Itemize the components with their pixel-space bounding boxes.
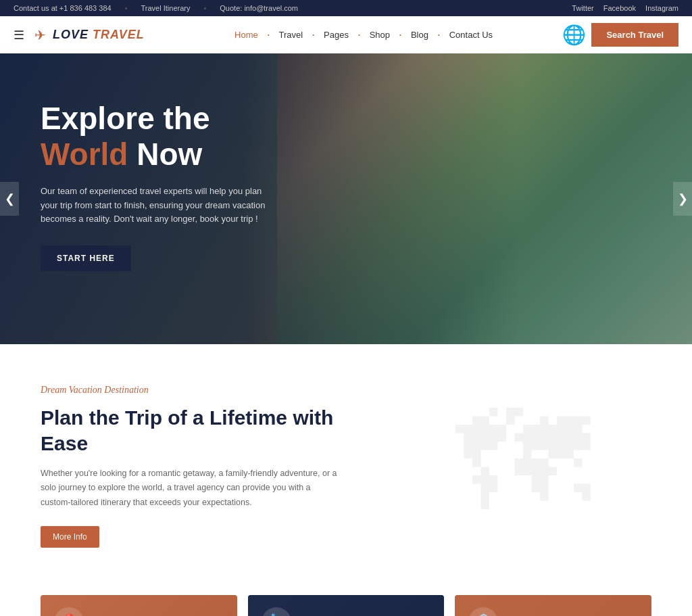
tour-cards-section: 📍 City Walks Tour 🚴 Electric Bikes 🏛️ Sk…: [0, 575, 692, 616]
globe-icon: 🌐: [562, 24, 586, 46]
hero-section: ❮ Explore the World Now Our team of expe…: [0, 53, 692, 344]
top-bar-left: Contact us at +1 836 483 384 • Travel It…: [14, 4, 298, 12]
quote-info: Quote: info@travel.com: [220, 4, 298, 12]
dream-section: 🗺 Dream Vacation Destination Plan the Tr…: [0, 344, 692, 575]
facebook-link[interactable]: Facebook: [603, 4, 636, 12]
tour-card-electric-bikes[interactable]: 🚴 Electric Bikes: [248, 595, 445, 616]
search-travel-button[interactable]: Search Travel: [591, 23, 678, 47]
hero-title-line2: Now: [137, 137, 202, 172]
hamburger-icon[interactable]: ☰: [14, 28, 24, 43]
nav-pages[interactable]: Pages: [318, 26, 354, 44]
tour-card-skyscrapers[interactable]: 🏛️ Skyscrapers View: [455, 595, 651, 616]
header-logo-area: ☰ ✈ Love Travel: [14, 27, 145, 43]
hero-title-accent: World: [41, 137, 128, 172]
dream-title: Plan the Trip of a Lifetime with Ease: [41, 405, 338, 456]
hero-cta-button[interactable]: START HERE: [41, 245, 131, 271]
hero-prev-button[interactable]: ❮: [0, 182, 19, 216]
top-bar: Contact us at +1 836 483 384 • Travel It…: [0, 0, 692, 16]
logo-text: Love Travel: [53, 28, 145, 42]
dream-description: Whether you're looking for a romantic ge…: [41, 467, 338, 510]
instagram-link[interactable]: Instagram: [645, 4, 678, 12]
travel-itinerary-link[interactable]: Travel Itinerary: [141, 4, 191, 12]
twitter-link[interactable]: Twitter: [572, 4, 593, 12]
site-header: ☰ ✈ Love Travel Home • Travel • Pages • …: [0, 16, 692, 53]
tour-card-city-walks[interactable]: 📍 City Walks Tour: [41, 595, 237, 616]
nav-home[interactable]: Home: [229, 26, 264, 44]
logo-icon: ✈: [34, 27, 46, 43]
world-map-decoration: 🗺: [354, 344, 692, 575]
hero-description: Our team of experienced travel experts w…: [41, 185, 270, 227]
hero-title: Explore the World Now: [41, 101, 284, 172]
contact-info: Contact us at +1 836 483 384: [14, 4, 112, 12]
more-info-button[interactable]: More Info: [41, 526, 99, 548]
nav-blog[interactable]: Blog: [405, 26, 434, 44]
top-bar-right: Twitter Facebook Instagram: [572, 4, 678, 12]
nav-travel[interactable]: Travel: [274, 26, 309, 44]
main-nav: Home • Travel • Pages • Shop • Blog • Co…: [165, 26, 563, 44]
hero-title-line1: Explore the: [41, 101, 210, 136]
hero-content: Explore the World Now Our team of experi…: [0, 53, 324, 318]
hero-next-button[interactable]: ❯: [673, 182, 692, 216]
nav-shop[interactable]: Shop: [364, 26, 395, 44]
nav-contact[interactable]: Contact Us: [444, 26, 498, 44]
